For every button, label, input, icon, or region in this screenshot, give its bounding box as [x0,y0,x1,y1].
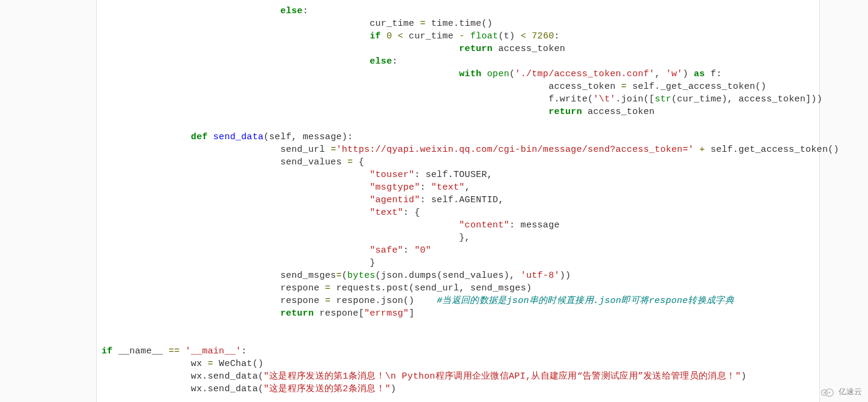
svg-point-2 [824,392,825,394]
watermark-logo: 亿速云 [819,386,862,397]
svg-point-3 [828,392,830,394]
code-block: else: cur_time = time.time() if 0 < cur_… [96,0,820,402]
watermark-text: 亿速云 [839,386,862,397]
source-code: else: cur_time = time.time() if 0 < cur_… [97,5,819,395]
page: else: cur_time = time.time() if 0 < cur_… [0,0,868,402]
cloud-icon [819,386,836,397]
